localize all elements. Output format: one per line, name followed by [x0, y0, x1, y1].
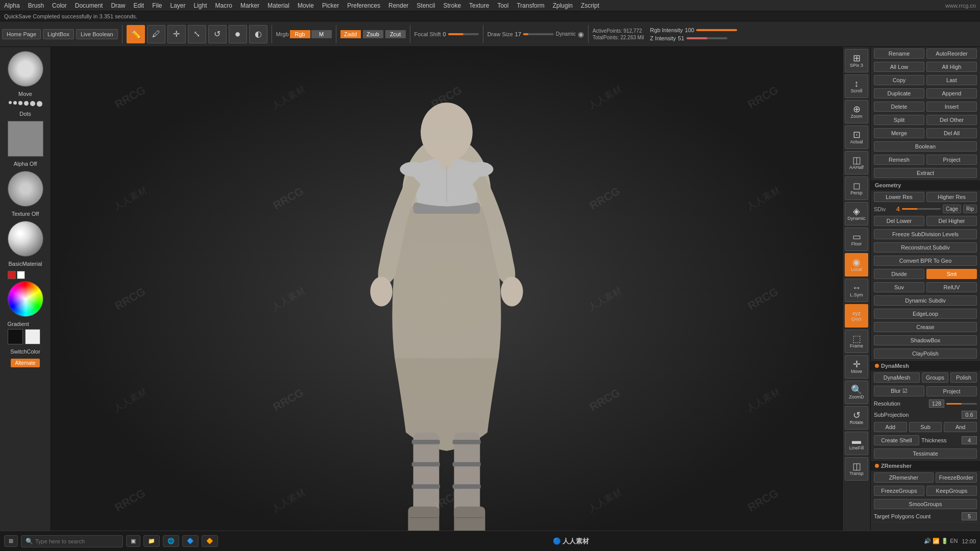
menu-picker[interactable]: Picker: [318, 1, 343, 10]
taskbar-search-box[interactable]: 🔍: [21, 535, 123, 547]
menu-tool[interactable]: Tool: [493, 1, 512, 10]
zoom2d-button[interactable]: 🔍 ZoomD: [845, 381, 868, 404]
scroll-button[interactable]: ↕ Scroll: [845, 74, 868, 98]
autoreorder-button[interactable]: AutoReorder: [926, 48, 977, 59]
draw-mode-button[interactable]: 🖊: [147, 25, 165, 43]
dynamesh-header[interactable]: DynaMesh: [871, 361, 980, 371]
task-view-button[interactable]: ▣: [126, 535, 140, 547]
search-input[interactable]: [35, 538, 118, 544]
insert-button[interactable]: Insert: [926, 102, 977, 112]
menu-macro[interactable]: Macro: [211, 1, 236, 10]
rgb-value[interactable]: Rgb: [290, 30, 310, 38]
rip-button[interactable]: Rip: [963, 205, 977, 213]
claypolish-button[interactable]: ClayPolish: [874, 348, 977, 359]
brush-preview[interactable]: [8, 51, 43, 87]
keep-groups-button[interactable]: KeepGroups: [926, 486, 977, 496]
tessimate-button[interactable]: Tessimate: [874, 448, 977, 459]
app2-button[interactable]: 🔶: [202, 535, 218, 547]
lsym-button[interactable]: ↔ L.Sym: [845, 279, 868, 302]
divide-button[interactable]: Divide: [874, 269, 924, 279]
bg-color-sq[interactable]: [17, 271, 25, 279]
extract-button[interactable]: Extract: [874, 168, 977, 178]
freeze-groups-button[interactable]: FreezeGroups: [874, 486, 924, 496]
menu-document[interactable]: Document: [71, 1, 107, 10]
add-button[interactable]: Add: [874, 422, 907, 432]
gradient-light-swatch[interactable]: [25, 329, 40, 344]
append-button[interactable]: Append: [926, 88, 977, 98]
zremesher-header[interactable]: ZRemesher: [871, 461, 980, 471]
boolean-button[interactable]: Boolean: [874, 141, 977, 152]
copy-button[interactable]: Copy: [874, 75, 924, 85]
z-intensity-slider[interactable]: [687, 37, 727, 39]
blur-button[interactable]: Blur ☑: [874, 386, 924, 396]
zoom-button[interactable]: ⊕ Zoom: [845, 100, 868, 123]
focal-shift-slider[interactable]: [448, 33, 479, 35]
menu-material[interactable]: Material: [263, 1, 293, 10]
start-button[interactable]: ⊞: [4, 535, 18, 547]
menu-layer[interactable]: Layer: [166, 1, 190, 10]
rgb-intensity-slider[interactable]: [696, 29, 737, 31]
all-low-button[interactable]: All Low: [874, 62, 924, 72]
canvas-area[interactable]: RRCG 人人素材 RRCG 人人素材 RRCG 人人素材 RRCG 人人素材 …: [51, 47, 842, 551]
live-boolean-button[interactable]: Live Boolean: [76, 29, 118, 39]
menu-color[interactable]: Color: [48, 1, 71, 10]
menu-brush[interactable]: Brush: [24, 1, 48, 10]
transp-button[interactable]: ◫ Transp: [845, 457, 868, 481]
freeze-subdiv-button[interactable]: Freeze SubDivision Levels: [874, 229, 977, 239]
all-high-button[interactable]: All High: [926, 62, 977, 72]
menu-file[interactable]: File: [148, 1, 166, 10]
alternate-button[interactable]: Alternate: [11, 359, 39, 367]
menu-render[interactable]: Render: [384, 1, 412, 10]
zadd-btn[interactable]: Zadd: [340, 30, 361, 38]
del-lower-button[interactable]: Del Lower: [874, 216, 924, 226]
remesh-button[interactable]: Remesh: [874, 155, 924, 165]
split-button[interactable]: Split: [874, 115, 924, 125]
reconstruct-button[interactable]: Reconstruct Subdiv: [874, 242, 977, 253]
edit-mode-button[interactable]: ✏️: [127, 25, 145, 43]
zsub-btn[interactable]: Zsub: [363, 30, 383, 38]
fg-color-sq[interactable]: [8, 271, 16, 279]
lightbox-button[interactable]: LightBox: [43, 29, 74, 39]
move-mode-button[interactable]: ✛: [167, 25, 186, 43]
higher-res-button[interactable]: Higher Res: [926, 192, 977, 202]
project-dyn-button[interactable]: Project: [926, 386, 977, 396]
line-fill-button[interactable]: ▬ LineFill: [845, 432, 868, 455]
menu-light[interactable]: Light: [190, 1, 211, 10]
actual-button[interactable]: ⊡ Actual: [845, 126, 868, 149]
geometry-header[interactable]: Geometry: [871, 180, 980, 190]
scale-mode-button[interactable]: ⤡: [188, 25, 206, 43]
persp-button[interactable]: ◻ Persp: [845, 177, 868, 200]
and-button[interactable]: And: [944, 422, 977, 432]
menu-texture[interactable]: Texture: [465, 1, 493, 10]
project-button[interactable]: Project: [926, 155, 977, 165]
rename-button[interactable]: Rename: [874, 48, 924, 59]
groups-button[interactable]: Groups: [922, 372, 948, 383]
color-wheel[interactable]: [8, 281, 43, 317]
dynamic-button[interactable]: ◈ Dynamic: [845, 202, 868, 226]
polish-button[interactable]: Polish: [950, 372, 977, 383]
frame-button[interactable]: ⬚ Frame: [845, 330, 868, 353]
menu-movie[interactable]: Movie: [293, 1, 318, 10]
menu-draw[interactable]: Draw: [107, 1, 129, 10]
crease-button[interactable]: Crease: [874, 322, 977, 332]
create-shell-button[interactable]: Create Shell: [874, 435, 919, 445]
spix-button[interactable]: ⊞ SPix 3: [845, 49, 868, 72]
rotate-canvas-button[interactable]: ↺ Rotate: [845, 406, 868, 430]
sub-button[interactable]: Sub: [909, 422, 942, 432]
menu-marker[interactable]: Marker: [236, 1, 263, 10]
menu-preferences[interactable]: Preferences: [343, 1, 384, 10]
lower-res-button[interactable]: Lower Res: [874, 192, 924, 202]
gradient-dark-swatch[interactable]: [8, 329, 23, 344]
menu-zscript[interactable]: Zscript: [577, 1, 603, 10]
menu-stroke[interactable]: Stroke: [439, 1, 465, 10]
freeze-border-button[interactable]: FreezeBorder: [936, 472, 977, 483]
resolution-slider[interactable]: [946, 403, 977, 405]
draw-size-slider[interactable]: [523, 33, 554, 35]
del-higher-button[interactable]: Del Higher: [926, 216, 977, 226]
zremesher-button[interactable]: ZRemesher: [874, 472, 934, 483]
del-other-button[interactable]: Del Other: [926, 115, 977, 125]
browser-button[interactable]: 🌐: [163, 535, 179, 547]
floor-button[interactable]: ▭ Floor: [845, 228, 868, 251]
duplicate-button[interactable]: Duplicate: [874, 88, 924, 98]
merge-button[interactable]: Merge: [874, 128, 924, 138]
